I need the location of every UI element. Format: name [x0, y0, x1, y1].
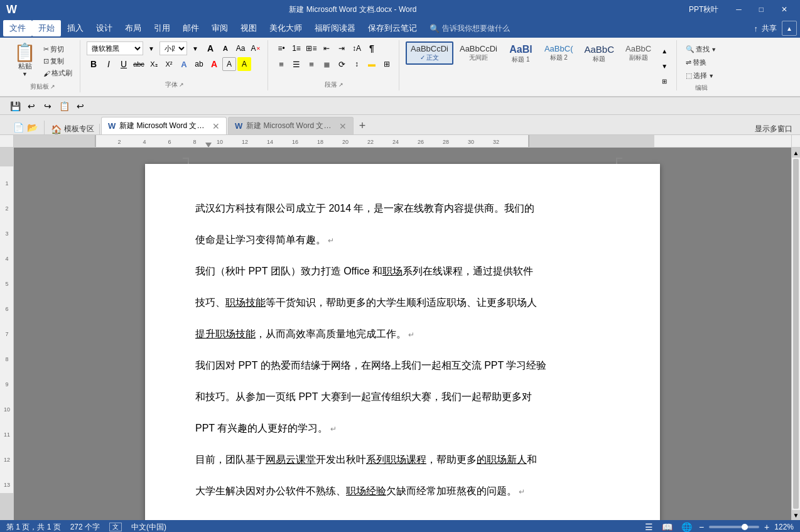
font-decrease-button[interactable]: A [219, 41, 232, 55]
font-border-button[interactable]: A [222, 57, 236, 71]
redo-quick-btn[interactable]: ↪ [41, 99, 55, 113]
shading-button[interactable]: ▬ [365, 57, 379, 71]
save-quick-btn[interactable]: 💾 [8, 99, 22, 113]
clipboard-expand-icon[interactable]: ↗ [50, 84, 55, 90]
text-effects-button[interactable]: A [177, 57, 191, 71]
font-shading-button[interactable]: A [237, 57, 251, 71]
zoom-thumb[interactable] [742, 524, 748, 530]
view-web-button[interactable]: 🌐 [679, 522, 694, 532]
sort-button[interactable]: ↕A [350, 41, 364, 55]
font-size-expand-icon[interactable]: ▼ [188, 41, 202, 55]
increase-indent-button[interactable]: ⇥ [335, 41, 349, 55]
replace-button[interactable]: ⇌ 替换 [683, 57, 719, 68]
font-increase-button[interactable]: A [203, 41, 217, 55]
active-tab[interactable]: W 新建 Microsoft Word 文档.docx ✕ [101, 117, 227, 134]
right-scrollbar[interactable]: ▲ ▼ [791, 148, 800, 520]
template-area[interactable]: 🏠 模板专区 [46, 124, 100, 134]
find-button[interactable]: 🔍 查找 ▼ [683, 44, 719, 55]
document-scroll-area[interactable]: 武汉幻方科技有限公司成立于 2014 年，是一家在线教育内容提供商。我们的 使命… [14, 148, 791, 520]
restore-button[interactable]: □ [753, 4, 770, 15]
bullets-button[interactable]: ≡• [274, 41, 288, 55]
scroll-up-button[interactable]: ▲ [792, 148, 800, 158]
text-direction-button[interactable]: ⟳ [335, 57, 349, 71]
zoom-slider[interactable] [709, 526, 759, 528]
menu-design[interactable]: 设计 [90, 20, 119, 36]
justify-button[interactable]: ≣ [320, 57, 333, 71]
text-highlight-button[interactable]: ab [192, 57, 206, 71]
multilevel-list-button[interactable]: ⊞≡ [305, 41, 318, 55]
paragraph-2: 使命是让学习变得简单有趣。 ↵ [195, 230, 610, 250]
styles-expand-button[interactable]: ⊞ [657, 74, 671, 88]
strikethrough-button[interactable]: abc [132, 57, 146, 71]
align-center-button[interactable]: ☰ [289, 57, 303, 71]
paste-button[interactable]: 📋 粘贴 ▼ [10, 41, 40, 80]
new-doc-button[interactable]: 📄 [11, 121, 25, 134]
menu-review[interactable]: 审阅 [205, 20, 234, 36]
add-tab-button[interactable]: + [355, 118, 370, 133]
menu-mailings[interactable]: 邮件 [176, 20, 205, 36]
style-heading2[interactable]: AaBbC( 标题 2 [539, 41, 578, 65]
decrease-indent-button[interactable]: ⇤ [320, 41, 333, 55]
cut-button[interactable]: ✂ 剪切 [41, 44, 75, 55]
style-normal[interactable]: AaBbCcDi ✓ 正文 [406, 41, 453, 65]
show-multiwindow-button[interactable]: 显示多窗口 [755, 124, 800, 134]
zoom-minus-button[interactable]: − [699, 522, 704, 532]
styles-scroll-down-button[interactable]: ▼ [657, 59, 671, 73]
scroll-thumb[interactable] [793, 159, 799, 509]
line-spacing-button[interactable]: ↕ [350, 57, 364, 71]
font-color-button[interactable]: A [207, 57, 221, 71]
clipboard-quick-btn[interactable]: 📋 [57, 99, 71, 113]
align-right-button[interactable]: ≡ [305, 57, 318, 71]
style-subtitle[interactable]: AaBbC 副标题 [620, 41, 656, 65]
menu-home[interactable]: 开始 [32, 20, 61, 36]
show-formatting-button[interactable]: ¶ [365, 41, 379, 55]
scroll-down-button[interactable]: ▼ [792, 510, 800, 520]
style-heading1[interactable]: AaBl 标题 1 [504, 41, 538, 67]
search-field[interactable]: 🔍 告诉我你想要做什么 [430, 23, 510, 34]
menu-references[interactable]: 引用 [148, 20, 176, 36]
font-family-select[interactable]: 微软雅黑 [87, 41, 143, 55]
page-content[interactable]: 武汉幻方科技有限公司成立于 2014 年，是一家在线教育内容提供商。我们的 使命… [145, 164, 660, 520]
borders-button[interactable]: ⊞ [380, 57, 394, 71]
active-tab-close[interactable]: ✕ [212, 121, 220, 131]
paragraph-expand-dialog-icon[interactable]: ↗ [338, 82, 343, 88]
copy-button[interactable]: ⊡ 复制 [41, 56, 75, 67]
font-expand-dialog-icon[interactable]: ↗ [179, 82, 184, 88]
open-doc-button[interactable]: 📂 [25, 121, 39, 134]
style-no-spacing[interactable]: AaBbCcDi 无间距 [455, 41, 502, 65]
menu-layout[interactable]: 布局 [119, 20, 148, 36]
change-case-button[interactable]: Aa [234, 41, 247, 55]
undo-quick-btn[interactable]: ↩ [24, 99, 38, 113]
share-button[interactable]: ↑ 共享 [754, 23, 777, 34]
underline-button[interactable]: U [117, 57, 131, 71]
subscript-button[interactable]: X₂ [147, 57, 161, 71]
minimize-button[interactable]: ─ [730, 4, 748, 15]
styles-scroll-up-button[interactable]: ▲ [657, 44, 671, 58]
menu-view[interactable]: 视图 [234, 20, 263, 36]
language-icon[interactable]: 文 [109, 523, 122, 531]
menu-save-cloud[interactable]: 保存到云笔记 [362, 20, 423, 36]
font-size-select[interactable]: 小四 [159, 41, 187, 55]
zoom-plus-button[interactable]: + [764, 522, 769, 532]
view-normal-button[interactable]: ☰ [643, 522, 655, 532]
format-painter-button[interactable]: 🖌 格式刷 [41, 68, 75, 79]
style-title[interactable]: AaBbC 标题 [579, 41, 619, 66]
close-button[interactable]: ✕ [775, 4, 794, 15]
touch-quick-btn[interactable]: ↩ [73, 99, 87, 113]
menu-beautify[interactable]: 美化大师 [263, 20, 308, 36]
collapse-ribbon-button[interactable]: ▲ [782, 21, 797, 36]
select-button[interactable]: ⬚ 选择 ▼ [683, 70, 719, 81]
inactive-tab-close[interactable]: ✕ [339, 121, 347, 131]
bold-button[interactable]: B [87, 57, 100, 71]
font-expand-icon[interactable]: ▼ [144, 41, 158, 55]
superscript-button[interactable]: X² [162, 57, 176, 71]
view-read-button[interactable]: 📖 [660, 522, 674, 532]
menu-insert[interactable]: 插入 [61, 20, 90, 36]
clear-formatting-button[interactable]: A✕ [249, 41, 262, 55]
menu-foxit[interactable]: 福昕阅读器 [308, 20, 362, 36]
menu-file[interactable]: 文件 [3, 20, 32, 36]
inactive-tab[interactable]: W 新建 Microsoft Word 文档 (2).docx ✕ [228, 117, 354, 134]
align-left-button[interactable]: ≡ [274, 57, 288, 71]
numbering-button[interactable]: 1≡ [289, 41, 303, 55]
italic-button[interactable]: I [102, 57, 116, 71]
